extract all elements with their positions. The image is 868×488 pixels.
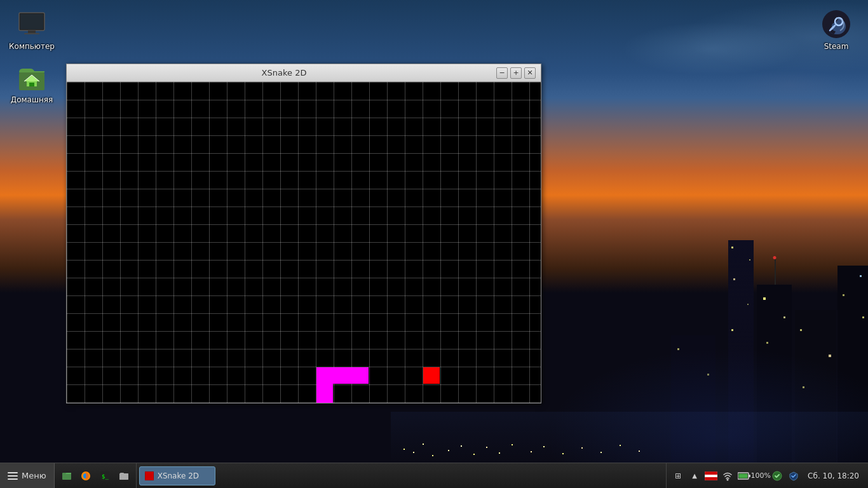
desktop-icon-computer[interactable]: Компьютер <box>6 6 57 53</box>
window-controls: − + ✕ <box>496 67 536 79</box>
tray-clock: Сб. 10, 18:20 <box>804 471 863 480</box>
desktop-icons-left: Компьютер Домашняя <box>0 0 64 113</box>
quicklaunch-files2[interactable] <box>114 466 133 485</box>
taskbar: Меню $_ <box>0 463 868 488</box>
steam-icon <box>821 9 851 39</box>
menu-hamburger-icon <box>8 472 18 480</box>
quicklaunch-firefox[interactable] <box>76 466 95 485</box>
quicklaunch-terminal[interactable]: $_ <box>95 466 114 485</box>
home-icon-label: Домашняя <box>11 95 53 104</box>
battery-icon[interactable] <box>738 470 750 482</box>
window-titlebar[interactable]: XSnake 2D − + ✕ <box>67 64 541 82</box>
svg-point-23 <box>727 478 729 480</box>
wifi-icon[interactable] <box>721 470 734 482</box>
keyboard-layout-icon[interactable] <box>705 470 717 482</box>
svg-rect-20 <box>705 471 717 475</box>
taskbar-menu-button[interactable]: Меню <box>0 463 55 488</box>
menu-label: Меню <box>22 471 46 480</box>
battery-percent: 100% <box>754 470 767 482</box>
svg-rect-21 <box>705 477 717 480</box>
desktop-icon-steam[interactable]: Steam <box>811 6 862 53</box>
close-button[interactable]: ✕ <box>524 67 536 79</box>
svg-text:$_: $_ <box>102 473 109 480</box>
shield-icon[interactable] <box>787 470 800 482</box>
svg-rect-4 <box>24 33 39 34</box>
show-desktop-icon[interactable]: ⊞ <box>672 470 684 482</box>
computer-icon <box>17 9 47 39</box>
svg-rect-26 <box>739 473 748 478</box>
svg-rect-16 <box>120 473 124 475</box>
taskbar-tray: ⊞ ▲ <box>666 463 868 488</box>
taskbar-quicklaunch: $_ <box>55 463 137 488</box>
svg-rect-19 <box>705 475 717 477</box>
update-icon[interactable] <box>771 470 783 482</box>
computer-icon-label: Компьютер <box>9 42 55 51</box>
quicklaunch-files[interactable] <box>57 466 76 485</box>
grid-overlay <box>67 82 541 403</box>
minimize-button[interactable]: − <box>496 67 508 79</box>
xsnake-window: XSnake 2D − + ✕ <box>66 64 541 403</box>
svg-rect-6 <box>29 83 34 86</box>
home-folder-icon <box>17 62 47 93</box>
steam-icon-label: Steam <box>824 42 849 51</box>
snake-food <box>423 367 440 384</box>
desktop-icon-home[interactable]: Домашняя <box>6 60 57 107</box>
xsnake-window-label: XSnake 2D <box>158 471 199 480</box>
taskbar-xsnake-button[interactable]: XSnake 2D <box>139 466 215 485</box>
maximize-button[interactable]: + <box>510 67 522 79</box>
desktop-icons-right: Steam <box>811 6 862 53</box>
tray-chevron-icon[interactable]: ▲ <box>688 470 701 482</box>
game-canvas <box>67 82 541 403</box>
xsnake-taskbar-icon <box>145 471 154 480</box>
taskbar-windows: XSnake 2D <box>137 463 666 488</box>
svg-rect-3 <box>28 30 36 33</box>
window-title: XSnake 2D <box>72 68 496 78</box>
snake-segment-vertical <box>316 367 333 403</box>
svg-rect-2 <box>20 14 43 29</box>
